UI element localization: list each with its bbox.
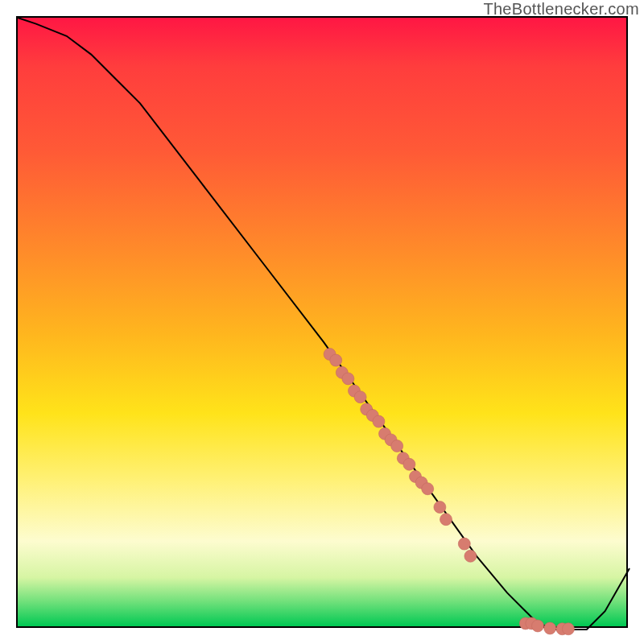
plot-area — [16, 16, 628, 628]
scatter-dot — [403, 458, 415, 470]
scatter-dot — [342, 373, 354, 385]
chart-container: TheBottlenecker.com — [0, 0, 644, 644]
curve-line — [18, 18, 630, 630]
scatter-dot — [422, 483, 434, 495]
scatter-dot — [373, 415, 385, 427]
scatter-dot — [464, 550, 477, 562]
scatter-dot — [563, 623, 575, 635]
scatter-dot — [434, 502, 446, 514]
scatter-dot — [532, 620, 544, 632]
scatter-dot — [458, 538, 470, 550]
scatter-points — [324, 349, 574, 635]
scatter-dot — [544, 622, 556, 634]
scatter-dot — [330, 354, 342, 366]
scatter-dot — [440, 514, 452, 526]
scatter-dot — [354, 391, 366, 403]
scatter-dot — [391, 440, 403, 452]
plot-svg — [18, 18, 630, 630]
